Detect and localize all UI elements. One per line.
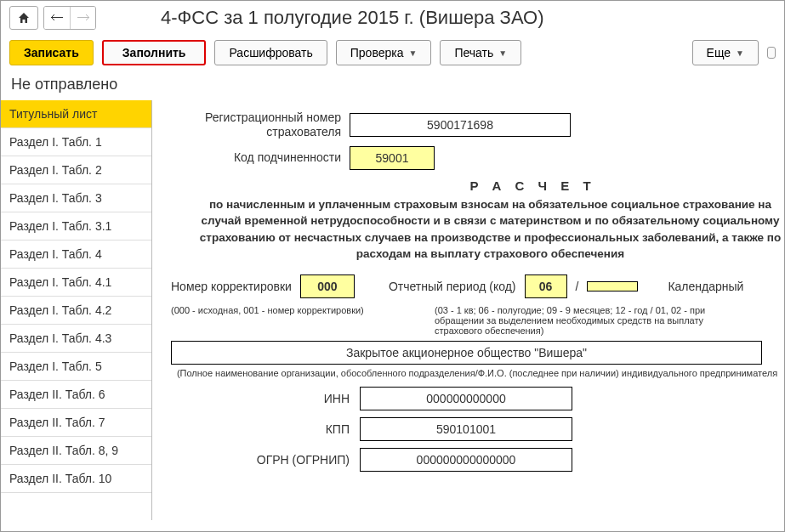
decode-button[interactable]: Расшифровать: [214, 40, 327, 65]
sidebar-item-r2-t10[interactable]: Раздел II. Табл. 10: [1, 465, 151, 493]
sidebar-item-r1-t3-1[interactable]: Раздел I. Табл. 3.1: [1, 212, 151, 241]
period-field[interactable]: 06: [525, 274, 567, 298]
form-area: Регистрационный номер страхователя 59001…: [152, 100, 784, 520]
print-label: Печать: [454, 46, 493, 59]
org-note: (Полное наименование организации, обособ…: [171, 365, 783, 387]
reg-number-label: Регистрационный номер страхователя: [171, 110, 341, 139]
check-button[interactable]: Проверка ▼: [336, 40, 432, 65]
sidebar-item-r1-t5[interactable]: Раздел I. Табл. 5: [1, 353, 151, 381]
reg-number-field[interactable]: 5900171698: [350, 113, 571, 137]
sidebar-item-r2-t8-9[interactable]: Раздел II. Табл. 8, 9: [1, 437, 151, 465]
window-header: 🡐 🡒 4-ФСС за 1 полугодие 2015 г. (Вишера…: [1, 1, 784, 33]
main-area: Титульный лист Раздел I. Табл. 1 Раздел …: [1, 100, 784, 520]
help-button[interactable]: [767, 47, 776, 59]
fill-button[interactable]: Заполнить: [102, 40, 207, 65]
sidebar-item-r1-t4[interactable]: Раздел I. Табл. 4: [1, 241, 151, 269]
sidebar-item-r1-t3[interactable]: Раздел I. Табл. 3: [1, 184, 151, 212]
corr-field[interactable]: 000: [300, 274, 355, 298]
sidebar-item-r2-t6[interactable]: Раздел II. Табл. 6: [1, 381, 151, 409]
page-title: 4-ФСС за 1 полугодие 2015 г. (Вишера ЗАО…: [161, 7, 544, 29]
sub-code-label: Код подчиненности: [205, 150, 341, 165]
corr-label: Номер корректировки: [171, 280, 292, 293]
period-label: Отчетный период (код): [389, 280, 516, 293]
sub-code-field[interactable]: 59001: [350, 146, 435, 170]
calc-description: по начисленным и уплаченным страховым вз…: [171, 196, 784, 263]
sidebar-item-title-page[interactable]: Титульный лист: [1, 100, 151, 128]
more-label: Еще: [707, 46, 731, 59]
home-button[interactable]: [9, 6, 38, 30]
period-note: (03 - 1 кв; 06 - полугодие; 09 - 9 месяц…: [435, 305, 707, 336]
corr-note: (000 - исходная, 001 - номер корректиров…: [171, 305, 375, 315]
org-name-field[interactable]: Закрытое акционерное общество "Вишера": [171, 341, 762, 365]
period-extra-field[interactable]: [587, 281, 638, 291]
chevron-down-icon: ▼: [498, 48, 507, 58]
sidebar-item-r1-t4-3[interactable]: Раздел I. Табл. 4.3: [1, 325, 151, 353]
sidebar: Титульный лист Раздел I. Табл. 1 Раздел …: [1, 100, 152, 520]
nav-arrows: 🡐 🡒: [43, 6, 96, 30]
kpp-field[interactable]: 590101001: [360, 417, 572, 441]
inn-field[interactable]: 000000000000: [360, 387, 572, 410]
sidebar-item-r2-t7[interactable]: Раздел II. Табл. 7: [1, 409, 151, 437]
calc-title: Р А С Ч Е Т: [171, 178, 784, 193]
sidebar-item-r1-t1[interactable]: Раздел I. Табл. 1: [1, 128, 151, 156]
sidebar-item-r1-t4-1[interactable]: Раздел I. Табл. 4.1: [1, 269, 151, 297]
forward-button: 🡒: [70, 7, 95, 29]
kpp-label: КПП: [171, 422, 350, 436]
print-button[interactable]: Печать ▼: [440, 40, 521, 65]
more-button[interactable]: Еще ▼: [692, 40, 759, 65]
ogrn-field[interactable]: 000000000000000: [360, 448, 572, 472]
ogrn-label: ОГРН (ОГРНИП): [171, 453, 350, 467]
chevron-down-icon: ▼: [408, 48, 417, 58]
home-icon: [17, 11, 31, 25]
inn-label: ИНН: [171, 392, 350, 405]
sidebar-item-r1-t2[interactable]: Раздел I. Табл. 2: [1, 156, 151, 184]
sidebar-item-r1-t4-2[interactable]: Раздел I. Табл. 4.2: [1, 297, 151, 325]
check-label: Проверка: [350, 46, 404, 59]
back-button[interactable]: 🡐: [44, 7, 70, 29]
slash-label: /: [576, 280, 579, 293]
chevron-down-icon: ▼: [736, 48, 744, 58]
calendar-label: Календарный: [668, 280, 743, 293]
save-button[interactable]: Записать: [9, 40, 94, 65]
send-status: Не отправлено: [1, 74, 784, 100]
toolbar: Записать Заполнить Расшифровать Проверка…: [1, 33, 784, 74]
